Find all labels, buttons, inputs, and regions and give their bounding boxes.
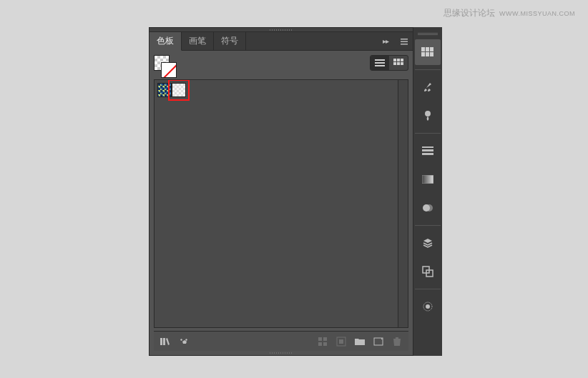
watermark-text: 思缘设计论坛	[444, 7, 495, 19]
svg-rect-26	[422, 149, 433, 151]
transparency-panel-icon[interactable]	[415, 195, 441, 221]
svg-rect-3	[375, 59, 385, 61]
svg-rect-24	[430, 52, 433, 56]
delete-swatch-icon	[388, 334, 406, 349]
folder-icon[interactable]	[351, 334, 368, 349]
tab-bar: 色板 画笔 符号 ▸▸	[150, 32, 413, 51]
svg-rect-5	[375, 65, 385, 66]
swatch-libraries-menu-icon[interactable]	[157, 334, 174, 349]
swatch-item-0[interactable]	[157, 83, 172, 97]
tab-symbols[interactable]: 符号	[214, 32, 246, 50]
swatch-item-1[interactable]	[172, 83, 186, 97]
new-color-group-icon	[333, 334, 350, 349]
svg-rect-28	[422, 175, 433, 184]
svg-point-34	[426, 304, 430, 309]
swatch-grid-container	[154, 79, 408, 328]
swatch-options-icon	[314, 334, 331, 349]
symbols-panel-icon[interactable]	[415, 103, 441, 129]
brushes-panel-icon[interactable]	[415, 74, 441, 100]
panel-expand-icon[interactable]: ▸▸	[376, 32, 396, 50]
fill-stroke-preview[interactable]	[154, 55, 177, 78]
svg-rect-6	[393, 59, 396, 61]
tab-swatches[interactable]: 色板	[150, 32, 182, 51]
svg-point-30	[426, 204, 433, 212]
new-swatch-icon[interactable]	[370, 334, 387, 349]
svg-rect-12	[318, 337, 322, 341]
svg-rect-17	[339, 339, 343, 344]
swatch-grid	[157, 83, 405, 97]
svg-rect-23	[426, 52, 429, 56]
appearance-panel-icon[interactable]	[415, 294, 441, 319]
svg-rect-27	[422, 153, 433, 155]
svg-rect-11	[401, 62, 403, 65]
artboards-panel-icon[interactable]	[415, 259, 441, 284]
svg-rect-9	[393, 62, 396, 65]
svg-rect-7	[397, 59, 400, 61]
panel-topbar	[154, 55, 408, 79]
tab-brushes[interactable]: 画笔	[182, 32, 214, 50]
svg-rect-14	[318, 342, 322, 346]
color-panel-icon[interactable]	[415, 39, 441, 65]
dock-grip[interactable]	[418, 33, 438, 35]
scrollbar-vertical[interactable]	[398, 80, 408, 327]
stroke-swatch-none[interactable]	[161, 62, 177, 78]
svg-rect-15	[323, 342, 327, 346]
view-toggle	[370, 55, 408, 71]
dock-strip	[413, 27, 442, 356]
panel-body	[150, 51, 413, 355]
watermark: 思缘设计论坛 WWW.MISSYUAN.COM	[444, 7, 575, 19]
svg-rect-2	[401, 44, 408, 45]
svg-rect-4	[375, 62, 385, 64]
watermark-url: WWW.MISSYUAN.COM	[499, 10, 575, 17]
gradient-panel-icon[interactable]	[415, 166, 441, 192]
app-frame: 色板 画笔 符号 ▸▸	[149, 27, 442, 356]
swatches-panel: 色板 画笔 符号 ▸▸	[149, 27, 413, 356]
svg-rect-21	[430, 47, 433, 51]
svg-rect-19	[421, 47, 425, 51]
list-view-button[interactable]	[371, 56, 389, 70]
svg-rect-10	[397, 62, 400, 65]
svg-rect-25	[422, 146, 433, 148]
svg-rect-20	[426, 47, 429, 51]
svg-rect-8	[401, 59, 403, 61]
show-swatch-kinds-icon[interactable]	[175, 334, 192, 349]
panel-footer	[154, 331, 408, 351]
svg-rect-13	[323, 337, 327, 341]
panel-menu-icon[interactable]	[396, 32, 413, 50]
svg-rect-1	[401, 41, 408, 42]
stroke-panel-icon[interactable]	[415, 138, 441, 164]
thumbnail-view-button[interactable]	[389, 56, 408, 70]
layers-panel-icon[interactable]	[415, 230, 441, 256]
panel-resize-grip[interactable]	[154, 351, 408, 355]
svg-rect-22	[421, 52, 425, 56]
svg-rect-0	[401, 39, 408, 40]
